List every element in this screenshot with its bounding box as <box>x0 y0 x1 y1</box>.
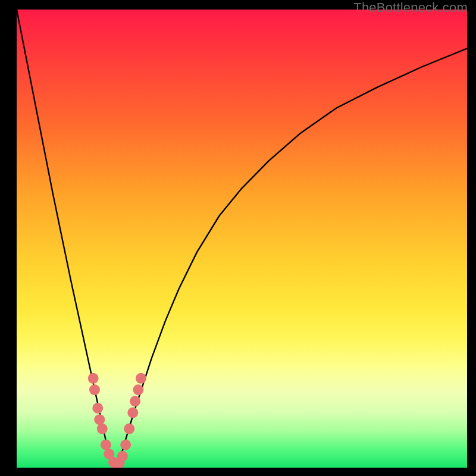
plot-area <box>17 10 467 468</box>
data-marker <box>88 373 99 384</box>
data-marker <box>97 424 108 434</box>
data-marker <box>89 384 100 395</box>
chart-frame: TheBottleneck.com <box>0 0 476 476</box>
data-marker <box>133 384 143 395</box>
data-marker <box>94 414 105 425</box>
watermark-text: TheBottleneck.com <box>353 0 468 15</box>
chart-svg <box>17 10 467 468</box>
data-marker <box>117 451 128 462</box>
bottleneck-curve <box>17 10 467 468</box>
data-marker <box>130 396 140 406</box>
data-marker <box>101 440 111 450</box>
data-marker <box>124 424 134 434</box>
data-marker <box>92 403 103 414</box>
data-marker <box>136 373 146 384</box>
marker-group <box>88 373 146 468</box>
data-marker <box>127 408 138 418</box>
data-marker <box>120 440 131 450</box>
